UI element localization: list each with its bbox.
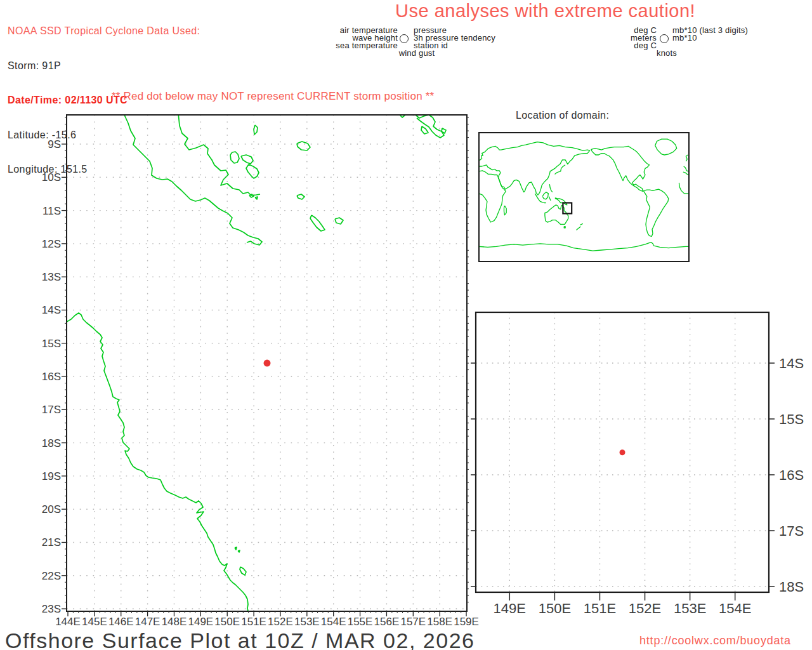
x-tick-label: 157E <box>400 616 426 628</box>
storm-position-dot <box>264 360 271 367</box>
x-tick-label: 147E <box>135 616 160 628</box>
x-tick-label: 154E <box>719 600 751 616</box>
world-inset-map <box>479 133 689 262</box>
source-url[interactable]: http://coolwx.com/buoydata <box>639 634 791 647</box>
world-coastlines <box>479 139 688 251</box>
y-tick-label: 18S <box>779 579 804 595</box>
world-inset-frame <box>479 133 689 262</box>
buoy-plot-page: NOAA SSD Tropical Cyclone Data Used: Sto… <box>0 0 812 650</box>
x-tick-label: 151E <box>241 616 266 628</box>
y-tick-label: 17S <box>779 523 804 539</box>
x-tick-label: 159E <box>454 616 479 628</box>
y-tick-label: 15S <box>42 338 61 350</box>
y-tick-label: 9S <box>48 138 61 150</box>
x-tick-label: 146E <box>108 616 134 628</box>
x-tick-label: 156E <box>374 616 400 628</box>
x-tick-label: 152E <box>268 616 293 628</box>
main-map: 144E145E146E147E148E149E150E151E152E153E… <box>42 113 479 628</box>
x-tick-label: 148E <box>162 616 187 628</box>
storm-position-dot <box>620 449 625 455</box>
x-tick-label: 149E <box>494 600 526 616</box>
x-tick-label: 145E <box>82 616 107 628</box>
y-tick-label: 22S <box>42 570 61 582</box>
zoom-map: 149E150E151E152E153E154E14S15S16S17S18S <box>471 312 804 616</box>
x-tick-label: 150E <box>539 600 571 616</box>
y-tick-label: 23S <box>42 603 61 615</box>
y-tick-label: 18S <box>42 437 61 449</box>
y-tick-label: 14S <box>779 355 804 371</box>
main-map-ticks <box>62 144 466 616</box>
y-tick-label: 16S <box>42 371 61 383</box>
y-tick-label: 13S <box>42 271 61 283</box>
y-tick-label: 16S <box>779 467 804 483</box>
y-tick-label: 17S <box>42 404 61 416</box>
x-tick-label: 153E <box>294 616 320 628</box>
y-tick-label: 21S <box>42 536 61 548</box>
x-tick-label: 152E <box>629 600 661 616</box>
plot-title: Offshore Surface Plot at 10Z / MAR 02, 2… <box>5 628 475 650</box>
y-tick-label: 10S <box>42 171 61 183</box>
y-tick-label: 12S <box>42 238 61 250</box>
y-tick-label: 19S <box>42 470 61 482</box>
x-tick-label: 155E <box>348 616 373 628</box>
zoom-map-ticks <box>471 363 775 600</box>
plot-canvas: 144E145E146E147E148E149E150E151E152E153E… <box>0 0 812 650</box>
x-tick-label: 151E <box>584 600 616 616</box>
x-tick-label: 150E <box>214 616 240 628</box>
y-tick-label: 14S <box>42 304 61 316</box>
coastline-queensland-png <box>67 113 446 611</box>
x-tick-label: 153E <box>674 600 706 616</box>
x-tick-label: 158E <box>427 616 452 628</box>
y-tick-label: 20S <box>42 503 61 515</box>
x-tick-label: 144E <box>55 616 81 628</box>
y-tick-label: 15S <box>779 411 804 427</box>
x-tick-label: 154E <box>321 616 346 628</box>
x-tick-label: 149E <box>188 616 213 628</box>
y-tick-label: 11S <box>43 205 61 217</box>
